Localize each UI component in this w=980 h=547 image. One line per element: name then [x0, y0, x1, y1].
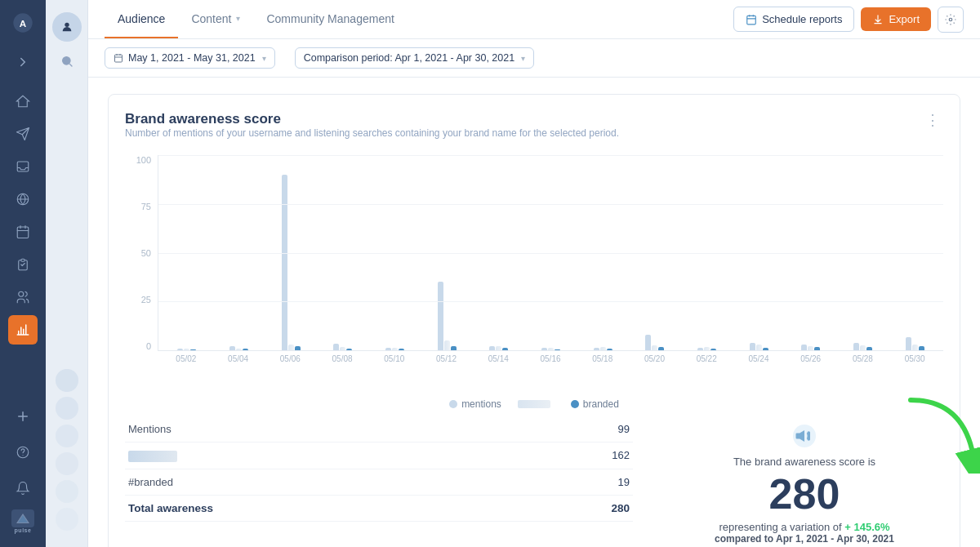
mentions-row-value: 99: [524, 416, 633, 442]
agora-logo-bottom: pulse: [7, 508, 39, 534]
bar-blurred-12: [808, 346, 813, 350]
home-icon[interactable]: [8, 87, 38, 116]
sidebar-bottom: pulse: [7, 400, 39, 540]
x-label-11: 05/24: [733, 354, 784, 363]
tab-content-label: Content: [191, 12, 231, 25]
bar-chart: 100 75 50 25 0: [125, 155, 943, 376]
topnav-actions: Schedule reports Export: [733, 7, 964, 33]
x-label-9: 05/20: [630, 354, 680, 363]
legend-blurred: [518, 400, 555, 408]
bar-branded-12: [814, 347, 820, 350]
swatch-row-label: [125, 442, 524, 469]
branded-row-label: #branded: [125, 469, 524, 495]
comparison-filter-button[interactable]: Comparison period: Apr 1, 2021 - Apr 30,…: [295, 47, 535, 69]
search-sub-icon[interactable]: [52, 47, 82, 76]
branded-row-value: 19: [524, 469, 633, 495]
bar-branded-8: [607, 349, 612, 350]
filter-bar: May 1, 2021 - May 31, 2021 ▾ Comparison …: [88, 39, 980, 78]
tab-content[interactable]: Content ▾: [178, 1, 253, 38]
score-megaphone-icon: [793, 425, 816, 452]
total-row-value: 280: [524, 495, 633, 521]
swatch-color: [128, 451, 177, 462]
variation-value: + 145.6%: [844, 521, 889, 533]
x-label-2: 05/06: [265, 354, 315, 363]
export-label: Export: [889, 13, 920, 25]
profile-sub-icon[interactable]: [52, 12, 82, 42]
chart-subtitle: Number of mentions of your username and …: [125, 127, 619, 139]
bar-branded-0: [190, 349, 196, 350]
legend-branded: branded: [571, 398, 619, 410]
score-box: The brand awareness score is 280 represe…: [666, 416, 943, 547]
bar-branded-11: [763, 348, 768, 350]
bar-branded-7: [555, 349, 560, 350]
calendar-filter-icon: [114, 53, 123, 63]
settings-icon: [945, 14, 956, 25]
bar-mentions-14: [906, 337, 911, 350]
svg-rect-4: [17, 227, 29, 238]
sidebar: A: [0, 0, 46, 547]
export-button[interactable]: Export: [861, 7, 931, 31]
y-50: 50: [125, 248, 151, 258]
x-label-6: 05/14: [473, 354, 523, 363]
x-label-5: 05/12: [421, 354, 472, 363]
bar-mentions-9: [645, 335, 651, 350]
mentions-row: Mentions 99: [125, 416, 633, 442]
help-icon[interactable]: [8, 438, 38, 467]
paper-plane-icon[interactable]: [8, 119, 38, 149]
branded-row: #branded 19: [125, 469, 633, 495]
tab-audience[interactable]: Audience: [105, 1, 178, 38]
bar-branded-4: [399, 349, 404, 350]
swatch-row: 162: [125, 442, 633, 469]
bar-mentions-10: [697, 348, 703, 350]
comparison-label: Comparison period: Apr 1, 2021 - Apr 30,…: [304, 52, 515, 64]
comparison-date: Apr 1, 2021 - Apr 30, 2021: [776, 533, 894, 545]
people-icon[interactable]: [8, 282, 38, 312]
nav-tabs: Audience Content ▾ Community Management: [105, 1, 733, 38]
bar-blurred-6: [496, 346, 501, 350]
top-navigation: Audience Content ▾ Community Management …: [88, 0, 980, 39]
x-label-7: 05/16: [525, 354, 576, 363]
tasks-icon[interactable]: [8, 250, 38, 279]
schedule-icon: [746, 14, 757, 25]
more-options-icon[interactable]: ⋮: [922, 111, 943, 129]
bar-mentions-11: [750, 343, 755, 350]
analytics-icon[interactable]: [8, 315, 38, 345]
inbox-icon[interactable]: [8, 152, 38, 181]
x-label-4: 05/10: [369, 354, 420, 363]
bar-branded-9: [658, 347, 664, 350]
svg-text:A: A: [20, 18, 27, 29]
x-label-14: 05/30: [889, 354, 940, 363]
branded-label-text: branded: [583, 398, 619, 410]
tab-audience-label: Audience: [118, 12, 165, 25]
y-0: 0: [125, 341, 151, 351]
variation-prefix: representing a variation of: [719, 521, 841, 533]
bar-blurred-14: [912, 345, 918, 350]
content-area: Brand awareness score Number of mentions…: [88, 78, 980, 547]
x-label-3: 05/08: [317, 354, 368, 363]
bell-icon[interactable]: [8, 474, 38, 503]
calendar-icon[interactable]: [8, 217, 38, 247]
stats-table: Mentions 99 162 #branded 19: [125, 416, 633, 522]
swatch-row-value: 162: [524, 442, 633, 469]
tab-community-label: Community Management: [266, 12, 394, 25]
date-filter-button[interactable]: May 1, 2021 - May 31, 2021 ▾: [105, 47, 275, 69]
mentions-label: mentions: [461, 398, 501, 410]
bar-branded-13: [866, 347, 872, 350]
chart-header: Brand awareness score Number of mentions…: [125, 111, 943, 152]
date-chevron-icon: ▾: [262, 54, 266, 63]
globe-icon[interactable]: [8, 185, 38, 214]
x-axis-labels: 05/02 05/04 05/06 05/08 05/10 05/12 05/1…: [158, 351, 943, 363]
tab-community[interactable]: Community Management: [253, 1, 407, 38]
add-icon[interactable]: [8, 402, 38, 431]
mentions-dot: [449, 400, 457, 408]
bar-blurred-13: [860, 345, 866, 350]
schedule-reports-button[interactable]: Schedule reports: [733, 7, 854, 32]
bar-blurred-4: [392, 348, 398, 350]
svg-rect-9: [747, 16, 756, 24]
settings-button[interactable]: [938, 7, 964, 33]
x-label-1: 05/04: [213, 354, 264, 363]
x-label-8: 05/18: [577, 354, 628, 363]
legend-mentions: mentions: [449, 398, 501, 410]
expand-icon[interactable]: [8, 47, 38, 77]
bar-mentions-13: [853, 343, 859, 350]
